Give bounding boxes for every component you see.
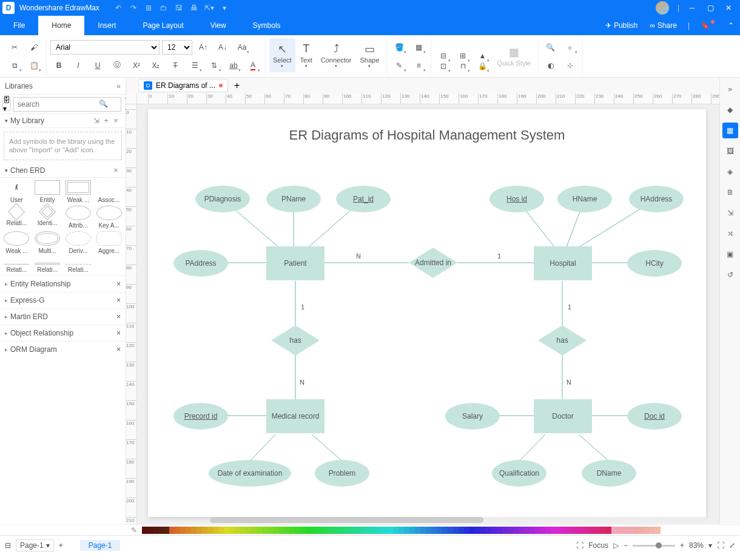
shape-keyattr[interactable]: Key A... [95, 206, 123, 229]
horizontal-scrollbar[interactable] [210, 517, 707, 523]
highlight-icon[interactable]: ab [225, 58, 242, 73]
superscript-icon[interactable]: X² [128, 58, 145, 73]
cat-er[interactable]: ▸Entity Relationship× [0, 275, 126, 292]
underline-icon[interactable]: U [89, 58, 106, 73]
tab-file[interactable]: File [0, 16, 38, 35]
replace-icon[interactable]: ◐ [542, 58, 559, 73]
import-icon[interactable]: ⇲ [92, 116, 101, 125]
shape-weakattr[interactable]: Weak ... [2, 231, 31, 254]
attr-hosid[interactable]: Hos id [489, 186, 544, 212]
lineweight-icon[interactable]: ≡ [410, 58, 427, 73]
shuffle-icon[interactable]: ⤭ [722, 226, 738, 241]
save-icon[interactable]: 🖫 [172, 2, 186, 14]
tab-insert[interactable]: Insert [84, 16, 129, 35]
close-button[interactable]: ✕ [719, 0, 738, 16]
attr-paddress[interactable]: PAddress [173, 250, 228, 277]
increase-font-icon[interactable]: A↑ [195, 39, 212, 55]
fullscreen-icon[interactable]: ⤢ [729, 541, 735, 550]
attr-docid[interactable]: Doc id [627, 403, 682, 430]
shape-multi[interactable]: Multi... [33, 231, 62, 254]
cat-orm[interactable]: ▸ORM Diagram× [0, 341, 126, 357]
shape-line2[interactable]: Relati... [33, 257, 62, 273]
copy-icon[interactable]: ⧉ [6, 58, 23, 73]
theme-icon[interactable]: ◆ [722, 102, 738, 118]
canvas[interactable]: ER Diagrams of Hospital Management Syste… [137, 104, 719, 524]
attr-precordid[interactable]: Precord id [173, 403, 228, 430]
arrange-icon[interactable]: ⊓ [454, 58, 471, 74]
document-tab[interactable]: D ER Diagrams of ... [138, 79, 228, 92]
collapse-sidebar-icon[interactable]: « [116, 82, 121, 90]
tab-view[interactable]: View [197, 16, 240, 35]
mylibrary-section[interactable]: ▾My Library ⇲ + × [0, 114, 126, 128]
subscript-icon[interactable]: X₂ [147, 58, 164, 73]
line-icon[interactable]: ✎ [391, 58, 408, 73]
text-tool[interactable]: TText▾ [297, 38, 316, 72]
attr-pdiagnosis[interactable]: PDiagnosis [195, 186, 250, 212]
entity-hospital[interactable]: Hospital [534, 246, 592, 280]
fitpage-icon[interactable]: ⛶ [717, 541, 724, 550]
chenerd-section[interactable]: ▾Chen ERD × [0, 164, 126, 178]
pageview-icon[interactable]: ⊟ [5, 541, 11, 550]
cat-objrel[interactable]: ▸Object Relationship× [0, 325, 126, 341]
shape-weak-entity[interactable]: Weak ... [64, 180, 93, 203]
tab-pagelayout[interactable]: Page Layout [129, 16, 197, 35]
undo-icon[interactable]: ↶ [112, 2, 125, 14]
play-icon[interactable]: ▷ [613, 541, 619, 550]
attr-problem[interactable]: Problem [315, 460, 369, 487]
avatar[interactable] [656, 1, 669, 15]
history-icon[interactable]: ↺ [722, 267, 738, 283]
share-button[interactable]: ∞Share [644, 16, 683, 35]
entity-medicalrecord[interactable]: Medical record [266, 399, 325, 433]
new-tab-button[interactable]: + [234, 80, 240, 91]
open-icon[interactable]: 🗀 [157, 2, 170, 14]
search-icon[interactable]: 🔍 [99, 100, 108, 108]
shape-entity[interactable]: Entity [33, 180, 62, 203]
rel-has1[interactable]: has [271, 325, 320, 356]
shape-deriv[interactable]: Deriv... [64, 231, 93, 254]
page-tab-1[interactable]: Page-1 [80, 540, 121, 551]
maximize-button[interactable]: ▢ [701, 0, 719, 16]
comments-icon[interactable]: 🗎 [722, 184, 738, 200]
format-panel-icon[interactable]: ▦ [722, 123, 738, 138]
print-icon[interactable]: 🖶 [187, 2, 201, 14]
lock-icon[interactable]: 🔒 [474, 58, 491, 74]
shape-ident[interactable]: Identi... [33, 206, 62, 229]
shape-aggre[interactable]: Aggre... [95, 231, 123, 254]
shape-line1[interactable]: Relati... [2, 257, 31, 273]
layers-icon[interactable]: ◈ [722, 164, 738, 180]
italic-icon[interactable]: I [70, 58, 87, 73]
attr-hname[interactable]: HName [557, 186, 612, 212]
attr-hcity[interactable]: HCity [627, 250, 682, 277]
focus-icon[interactable]: ⛶ [576, 541, 584, 550]
close-section-icon[interactable]: × [111, 116, 121, 125]
shape-assoc[interactable]: Assoc... [95, 180, 123, 203]
linespacing-icon[interactable]: ⇅ [206, 58, 223, 73]
curved-icon[interactable]: Ⓤ [109, 58, 126, 73]
close-chen-icon[interactable]: × [111, 166, 121, 175]
tab-symbols[interactable]: Symbols [240, 16, 294, 35]
group-icon[interactable]: ⊡ [435, 58, 452, 74]
center-icon[interactable]: ⊹ [562, 58, 579, 73]
fill-icon[interactable]: 🪣 [391, 39, 408, 55]
minimize-button[interactable]: ─ [683, 0, 701, 16]
page[interactable]: ER Diagrams of Hospital Management Syste… [148, 109, 706, 517]
redo-icon[interactable]: ↷ [127, 2, 140, 14]
attr-dateofexam[interactable]: Date of examination [209, 460, 291, 487]
crop-icon[interactable]: ⟐ [562, 39, 579, 55]
shape-attrib[interactable]: Attrib... [64, 206, 93, 229]
strikethrough-icon[interactable]: T [167, 58, 184, 73]
attr-patid[interactable]: Pat_id [336, 186, 391, 212]
attr-pname[interactable]: PName [266, 186, 321, 212]
format-painter-icon[interactable]: 🖌 [25, 39, 42, 55]
export-panel-icon[interactable]: ⇲ [722, 205, 738, 221]
attr-salary[interactable]: Salary [445, 403, 500, 430]
color-swatches[interactable] [142, 527, 738, 534]
shape-user[interactable]: 𐀪User [2, 180, 31, 203]
zoom-slider[interactable] [633, 545, 675, 547]
shape-rel[interactable]: Relati... [2, 206, 31, 229]
entity-patient[interactable]: Patient [266, 246, 325, 280]
image-panel-icon[interactable]: 🖼 [722, 143, 738, 159]
zoom-in-icon[interactable]: + [680, 541, 684, 550]
tab-home[interactable]: Home [38, 16, 84, 35]
shape-tool[interactable]: ▭Shape▾ [357, 38, 383, 72]
